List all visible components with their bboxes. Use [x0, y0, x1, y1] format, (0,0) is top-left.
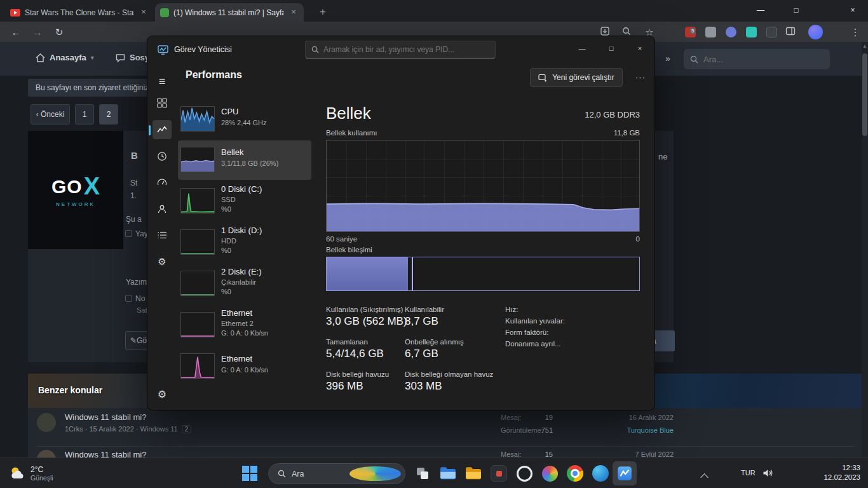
file-explorer-button[interactable] — [437, 461, 459, 486]
tray-time: 12:33 — [807, 463, 860, 473]
stat-value: 6,7 GB — [405, 348, 464, 360]
new-tab-button[interactable]: + — [315, 4, 330, 20]
stat-committed: Tamamlanan 5,4/14,6 GB — [326, 338, 384, 360]
ethernet2-mini-graph — [180, 353, 215, 379]
ring-app-icon — [517, 466, 532, 482]
pinned-app-color-button[interactable] — [539, 461, 560, 486]
checkbox-icon[interactable] — [125, 295, 132, 302]
perf-item-disk0[interactable]: 0 Diski (C:) SSD %0 — [178, 182, 311, 221]
language-indicator[interactable]: TUR — [741, 469, 756, 477]
memory-usage-graph — [326, 140, 640, 232]
task-manager-search[interactable] — [305, 41, 496, 58]
thread-title[interactable]: Windows 11 stabil mi? — [65, 450, 146, 458]
task-view-button[interactable] — [412, 461, 433, 486]
browser-maximize-button[interactable]: □ — [782, 0, 811, 22]
perf-item-disk1[interactable]: 1 Diski (D:) HDD %0 — [178, 223, 311, 262]
sidebar-item-details[interactable] — [153, 226, 172, 245]
option-checkbox-fragment[interactable]: Yay — [125, 229, 148, 238]
perf-item-detail: 3,1/11,8 GB (26%) — [221, 159, 278, 167]
extension-badge: 5 — [690, 28, 695, 34]
chrome-icon — [567, 465, 583, 482]
taskbar-search[interactable]: Ara — [268, 463, 405, 484]
tm-close-button[interactable]: × — [625, 36, 654, 62]
perf-item-cpu[interactable]: CPU 28% 2,44 GHz — [178, 100, 311, 139]
user-avatar-logo[interactable]: GO X NETWORK — [28, 131, 123, 249]
extension-icon-teal[interactable] — [746, 27, 757, 37]
pinned-app-ring-button[interactable] — [513, 461, 535, 486]
performance-page-title: Performans — [186, 69, 242, 81]
forum-search[interactable] — [684, 49, 830, 69]
perf-item-ethernet-1[interactable]: Ethernet Ethernet 2 G: 0 A: 0 Kb/sn — [178, 306, 311, 345]
tm-maximize-button[interactable]: □ — [597, 36, 626, 62]
volume-icon[interactable] — [763, 468, 773, 478]
detail-form-factor: Form faktörü: — [505, 329, 548, 336]
extension-icon-gray[interactable] — [705, 27, 716, 37]
pagination-prev-button[interactable]: ‹ Önceki — [31, 104, 70, 125]
weather-widget[interactable]: 2°C Güneşli — [5, 461, 94, 486]
back-icon[interactable]: ← — [9, 25, 23, 39]
tm-minimize-button[interactable]: — — [567, 36, 597, 62]
thread-date: 16 Aralık 2022 — [604, 414, 674, 421]
sidebar-item-users[interactable] — [153, 200, 172, 219]
option-checkbox-fragment[interactable]: No — [125, 294, 145, 303]
tab-close-icon[interactable]: × — [139, 8, 149, 18]
stat-value: 5,4/14,6 GB — [326, 348, 384, 360]
scrollbar-up-icon[interactable]: ▲ — [862, 43, 868, 49]
forum-search-input[interactable] — [703, 55, 811, 64]
profile-avatar[interactable] — [808, 25, 823, 39]
folder-button[interactable] — [463, 461, 484, 486]
more-options-icon[interactable]: ··· — [633, 71, 648, 86]
sidebar-item-services[interactable]: ⚙ — [153, 252, 172, 271]
task-manager-taskbar-button[interactable] — [613, 461, 637, 485]
sidebar-item-app-history[interactable] — [153, 147, 172, 166]
memory-mini-graph — [180, 147, 215, 172]
tab-close-icon[interactable]: × — [288, 8, 299, 18]
reload-icon[interactable]: ↻ — [52, 25, 66, 39]
graph-time-left-label: 60 saniye — [326, 235, 357, 243]
start-button[interactable] — [239, 461, 261, 486]
bing-search-icon — [349, 466, 402, 481]
tray-clock[interactable]: 12:33 12.02.2023 — [807, 463, 860, 482]
tab-windows11-thread[interactable]: (1) Windows 11 stabil mi? | Sayfa × — [155, 3, 304, 22]
task-manager-icon — [616, 465, 633, 482]
run-new-task-button[interactable]: Yeni görevi çalıştır — [530, 68, 623, 87]
thread-avatar[interactable] — [37, 413, 56, 432]
thread-title[interactable]: Windows 11 stabil mi? — [65, 412, 146, 422]
nav-expand-button[interactable]: » — [660, 50, 676, 68]
thread-last-poster[interactable]: Turquoise Blue — [604, 426, 674, 434]
browser-close-button[interactable]: × — [838, 0, 867, 22]
chrome-button[interactable] — [564, 461, 586, 486]
sidebar-item-startup-apps[interactable] — [153, 173, 172, 192]
tab-title: Star Wars The Clone Wars - Star — [25, 8, 134, 17]
browser-menu-icon[interactable]: ⋮ — [849, 26, 862, 39]
forward-icon[interactable]: → — [31, 25, 44, 39]
browser-minimize-button[interactable]: — — [746, 0, 775, 22]
thread-page-badge[interactable]: 2 — [182, 425, 192, 433]
thread-avatar[interactable] — [37, 450, 56, 458]
checkbox-icon[interactable] — [125, 230, 132, 237]
pagination-page-1[interactable]: 1 — [75, 104, 94, 125]
hamburger-menu-icon[interactable]: ≡ — [153, 72, 172, 91]
member-stat-fragment: St — [130, 179, 137, 187]
side-panel-icon[interactable] — [785, 26, 798, 39]
scrollbar-thumb[interactable] — [862, 53, 867, 136]
pagination-page-2-current[interactable]: 2 — [99, 104, 118, 125]
perf-item-disk2[interactable]: 2 Diski (E:) Çıkarılabilir %0 — [178, 264, 311, 304]
tab-star-wars[interactable]: Star Wars The Clone Wars - Star × — [5, 3, 154, 22]
tray-chevron-up-icon[interactable] — [700, 473, 709, 482]
edge-button[interactable] — [590, 461, 611, 486]
sidebar-item-processes[interactable] — [153, 93, 172, 112]
sidebar-item-performance[interactable] — [153, 120, 172, 139]
task-manager-search-input[interactable] — [323, 45, 482, 54]
perf-item-memory[interactable]: Bellek 3,1/11,8 GB (26%) — [178, 140, 311, 180]
extension-icon-dark[interactable] — [766, 27, 777, 37]
nav-home[interactable]: Anasayfa ▾ — [36, 53, 94, 62]
page-scrollbar[interactable]: ▲ — [862, 42, 868, 458]
editor-bold-button[interactable]: B — [131, 150, 138, 161]
pinned-app-dark-button[interactable] — [488, 461, 510, 486]
run-task-icon — [538, 74, 548, 82]
extension-icon-purple[interactable] — [726, 27, 736, 37]
settings-gear-icon[interactable]: ⚙ — [153, 384, 172, 403]
perf-item-ethernet-2[interactable]: Ethernet G: 0 A: 0 Kb/sn — [178, 347, 311, 386]
perf-item-name: Bellek — [221, 147, 243, 157]
